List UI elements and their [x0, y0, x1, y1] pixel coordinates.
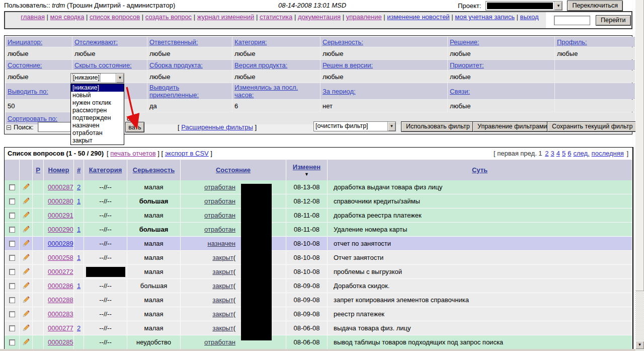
column-header-p[interactable]: P: [36, 166, 40, 174]
status-link[interactable]: отработан: [204, 338, 235, 346]
issue-number-link[interactable]: 0000285: [48, 338, 73, 346]
issue-number-link[interactable]: 0000272: [48, 268, 73, 275]
issue-number-link[interactable]: 0000291: [48, 212, 73, 219]
edit-pencil-icon[interactable]: [22, 324, 30, 332]
status-link[interactable]: закрыт: [212, 324, 233, 332]
hide-status-option-3[interactable]: нужен отклик: [71, 99, 124, 107]
filter-header-link[interactable]: Выводить по:: [8, 88, 48, 95]
use-filter-button[interactable]: Использовать фильтр: [401, 121, 475, 132]
filter-header-link[interactable]: Изменялись за посл. часов:: [234, 84, 298, 99]
switch-project-button[interactable]: Переключиться: [567, 1, 623, 11]
filter-header-link[interactable]: Категория:: [234, 38, 267, 46]
refs-count-link[interactable]: 1: [77, 254, 80, 261]
scrollbar-thumb[interactable]: [635, 0, 644, 291]
collapse-icon[interactable]: [7, 125, 11, 130]
nav-link-1[interactable]: главная: [21, 13, 45, 21]
edit-pencil-icon[interactable]: [22, 212, 30, 219]
edit-pencil-icon[interactable]: [22, 282, 30, 290]
nav-link-8[interactable]: управление: [346, 13, 382, 21]
refs-count-link[interactable]: 1: [77, 226, 80, 233]
issue-number-link[interactable]: 0000286: [48, 282, 73, 290]
row-checkbox[interactable]: [9, 241, 15, 247]
nav-link-7[interactable]: документация: [298, 13, 341, 21]
last-page-link[interactable]: последняя: [592, 150, 624, 157]
nav-link-4[interactable]: создать вопрос: [145, 13, 192, 21]
filter-header-link[interactable]: Выводить прикрепленные:: [149, 84, 199, 99]
issue-number-link[interactable]: 0000283: [48, 310, 73, 318]
edit-pencil-icon[interactable]: [22, 226, 30, 233]
status-link[interactable]: закрыт: [212, 254, 233, 261]
issue-number-link[interactable]: 0000258: [48, 254, 73, 261]
row-checkbox[interactable]: [9, 269, 15, 275]
row-checkbox[interactable]: [9, 283, 15, 289]
issue-number-link[interactable]: 0000290: [48, 226, 73, 233]
status-link[interactable]: назначен: [207, 240, 235, 247]
filter-header-link[interactable]: Решение:: [450, 38, 479, 46]
row-checkbox[interactable]: [9, 184, 15, 190]
issue-number-link[interactable]: 0000287: [48, 183, 73, 191]
filter-header-link[interactable]: Серьезность:: [323, 38, 363, 46]
nav-link-9[interactable]: изменение новостей: [387, 13, 449, 21]
clear-filter-select[interactable]: [очистить фильтр] ▼: [313, 121, 396, 131]
save-filter-button[interactable]: Сохранить текущий фильтр: [547, 121, 637, 132]
manage-filters-button[interactable]: Управление фильтрами: [472, 121, 552, 132]
status-link[interactable]: отработан: [204, 183, 235, 191]
row-checkbox[interactable]: [9, 255, 15, 261]
advanced-filters-link[interactable]: Расширенные фильтры: [181, 123, 253, 131]
issue-number-link[interactable]: 0000289: [48, 240, 73, 247]
filter-header-link[interactable]: Сборка продукта:: [149, 61, 203, 69]
column-header-severity[interactable]: Серьезность: [133, 166, 175, 174]
filter-header-link[interactable]: Решен в версии:: [323, 61, 373, 69]
hide-status-select[interactable]: [никакие] ▼: [70, 73, 124, 83]
scroll-down-button[interactable]: ▼: [635, 341, 644, 349]
row-checkbox[interactable]: [9, 213, 15, 219]
refs-count-link[interactable]: 2: [77, 324, 80, 332]
page-link-5[interactable]: 5: [562, 150, 566, 157]
nav-link-5[interactable]: журнал изменений: [197, 13, 255, 21]
export-csv-link[interactable]: экспорт в CSV: [165, 150, 209, 157]
quick-search-input[interactable]: [554, 16, 590, 25]
hide-status-option-4[interactable]: рассмотрен: [71, 107, 124, 114]
nav-link-10[interactable]: моя учетная запись: [455, 13, 515, 21]
chevron-down-icon[interactable]: ▼: [387, 122, 395, 131]
vertical-scrollbar[interactable]: ▼: [635, 0, 644, 351]
page-link-3[interactable]: 3: [550, 150, 554, 157]
refs-count-link[interactable]: 1: [77, 197, 80, 205]
go-button[interactable]: Перейти: [596, 15, 631, 26]
refs-count-link[interactable]: 1: [77, 282, 80, 290]
filter-header-link[interactable]: За период:: [323, 88, 356, 95]
status-link[interactable]: закрыт: [212, 296, 233, 304]
row-checkbox[interactable]: [9, 325, 15, 331]
chevron-down-icon[interactable]: ▼: [554, 2, 562, 10]
status-link[interactable]: закрыт: [212, 268, 233, 275]
page-link-2[interactable]: 2: [545, 150, 548, 157]
column-header-status[interactable]: Состояние: [216, 166, 251, 174]
edit-pencil-icon[interactable]: [22, 338, 30, 346]
row-checkbox[interactable]: [9, 311, 15, 317]
page-link-4[interactable]: 4: [556, 150, 560, 157]
hide-status-option-6[interactable]: назначен: [71, 122, 124, 129]
hide-status-option-7[interactable]: отработан: [71, 129, 124, 137]
nav-link-11[interactable]: выход: [520, 13, 539, 21]
project-select[interactable]: ▼: [486, 1, 562, 11]
edit-pencil-icon[interactable]: [22, 254, 30, 261]
column-header-summary[interactable]: Суть: [472, 166, 488, 174]
nav-link-6[interactable]: статистика: [260, 13, 292, 21]
hide-status-option-1[interactable]: [никакие]: [71, 84, 124, 92]
row-checkbox[interactable]: [9, 339, 15, 345]
chevron-down-icon[interactable]: ▼: [116, 74, 124, 83]
column-header-changed[interactable]: Изменен: [293, 163, 320, 171]
filter-header-link[interactable]: Инициатор:: [8, 38, 42, 46]
hide-status-option-8[interactable]: закрыт: [71, 137, 124, 145]
edit-pencil-icon[interactable]: [22, 310, 30, 318]
issue-number-link[interactable]: 0000280: [48, 197, 73, 205]
print-reports-link[interactable]: печать отчетов: [110, 150, 155, 157]
row-checkbox[interactable]: [9, 227, 15, 233]
filter-header-link[interactable]: Профиль:: [557, 38, 587, 46]
status-link[interactable]: отработан: [204, 226, 235, 233]
column-header-refs[interactable]: #: [77, 166, 80, 174]
issue-number-link[interactable]: 0000277: [48, 324, 73, 332]
next-page-link[interactable]: след.: [573, 150, 589, 157]
row-checkbox[interactable]: [9, 198, 15, 204]
edit-pencil-icon[interactable]: [22, 183, 30, 191]
